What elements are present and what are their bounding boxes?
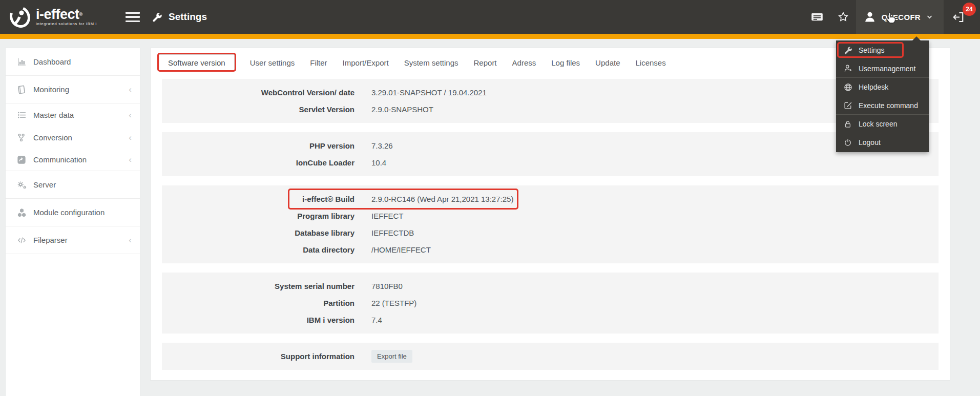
user-menu-button[interactable]: QSECOFR — [856, 0, 944, 34]
tab-label: User settings — [250, 58, 295, 67]
tab-update[interactable]: Update — [595, 58, 620, 67]
info-row: System serial number7810FB0 — [162, 278, 939, 295]
console-icon[interactable] — [804, 0, 830, 34]
info-value: 7.4 — [371, 316, 382, 324]
info-group: System serial number7810FB0Partition22 (… — [162, 273, 939, 334]
user-name: QSECOFR — [882, 13, 921, 22]
info-label: System serial number — [162, 282, 355, 290]
info-label: Partition — [162, 299, 355, 307]
list-icon — [17, 111, 27, 119]
info-row: IBM i version7.4 — [162, 311, 939, 328]
notification-badge: 24 — [963, 3, 976, 16]
info-row: Database libraryIEFFECTDB — [162, 224, 939, 241]
brand-tagline: integrated solutions for IBM i — [36, 22, 97, 26]
info-label: IBM i version — [162, 316, 355, 324]
info-row: PHP version7.3.26 — [162, 137, 939, 154]
info-label: Data directory — [162, 245, 355, 254]
chevron-left-icon: ‹ — [129, 236, 132, 244]
tab-label: Update — [595, 58, 620, 67]
sidebar-item-label: Dashboard — [33, 57, 71, 66]
sidebar-item-server[interactable]: Server — [6, 171, 140, 199]
tab-adress[interactable]: Adress — [512, 58, 536, 67]
tab-bar: Software versionUser settingsFilterImpor… — [151, 48, 950, 72]
menu-item-label: Settings — [859, 46, 885, 54]
brand-name: i-effect® — [36, 7, 82, 22]
tab-label: Import/Export — [343, 58, 389, 67]
info-row: Servlet Version2.9.0-SNAPSHOT — [162, 101, 939, 118]
chevron-left-icon: ‹ — [129, 111, 132, 119]
chevron-left-icon: ‹ — [129, 85, 132, 94]
tab-system-settings[interactable]: System settings — [404, 58, 458, 67]
tab-label: Log files — [551, 58, 580, 67]
info-row: IonCube Loader10.4 — [162, 154, 939, 171]
sidebar-item-conversion[interactable]: Conversion‹ — [6, 126, 140, 149]
sidebar-item-module-configuration[interactable]: Module configuration — [6, 199, 140, 226]
app-header: i-effect® integrated solutions for IBM i… — [0, 0, 980, 34]
sidebar-item-monitoring[interactable]: Monitoring‹ — [6, 76, 140, 103]
content-card: Software versionUser settingsFilterImpor… — [150, 48, 950, 381]
tab-label: System settings — [404, 58, 458, 67]
info-group: i-effect® Build2.9.0-RC146 (Wed Apr 21,2… — [162, 185, 939, 263]
sidebar-item-label: Module configuration — [33, 208, 105, 217]
wrench-icon — [844, 46, 852, 55]
tab-label: Report — [474, 58, 497, 67]
info-group: Support informationExport file — [162, 343, 939, 370]
sidebar-item-fileparser[interactable]: Fileparser‹ — [6, 226, 140, 254]
info-group: PHP version7.3.26IonCube Loader10.4 — [162, 132, 939, 176]
menu-item-label: Lock screen — [859, 120, 897, 128]
tab-import-export[interactable]: Import/Export — [343, 58, 389, 67]
info-group: WebControl Version/ date3.29.01-SNAPSHOT… — [162, 79, 939, 123]
sidebar-item-dashboard[interactable]: Dashboard — [6, 48, 140, 76]
user-icon — [844, 64, 852, 73]
info-row: Data directory/HOME/IEFFECT — [162, 241, 939, 258]
sidebar-item-label: Server — [33, 180, 56, 189]
menu-item-usermanagement[interactable]: Usermanagement — [836, 59, 929, 78]
app-logo: i-effect® integrated solutions for IBM i — [8, 5, 97, 29]
accent-bar — [0, 34, 980, 39]
sidebar-item-label: Fileparser — [33, 236, 68, 244]
tab-label: Software version — [168, 58, 225, 67]
info-value: 7.3.26 — [371, 141, 393, 150]
logout-icon[interactable]: 24 — [944, 0, 980, 34]
tab-report[interactable]: Report — [474, 58, 497, 67]
logo-swoosh-icon — [8, 5, 32, 29]
info-row: i-effect® Build2.9.0-RC146 (Wed Apr 21,2… — [162, 191, 939, 207]
sidebar-item-communication[interactable]: Communication‹ — [6, 149, 140, 171]
info-label: IonCube Loader — [162, 158, 355, 167]
tab-label: Licenses — [635, 58, 665, 67]
tab-filter[interactable]: Filter — [310, 58, 327, 67]
share-icon — [17, 155, 27, 164]
info-value: 2.9.0-SNAPSHOT — [371, 105, 433, 114]
info-row: Partition22 (TESTFP) — [162, 295, 939, 311]
power-icon — [844, 138, 852, 147]
tab-software-version[interactable]: Software version — [159, 54, 235, 71]
gears-icon — [17, 180, 27, 190]
user-dropdown-menu: SettingsUsermanagementHelpdeskExecute co… — [836, 40, 929, 152]
tab-user-settings[interactable]: User settings — [250, 58, 295, 67]
menu-item-lock-screen[interactable]: Lock screen — [836, 115, 929, 133]
menu-item-execute-command[interactable]: Execute command — [836, 96, 929, 115]
sidebar-item-label: Monitoring — [33, 85, 69, 94]
chevron-left-icon: ‹ — [129, 155, 132, 164]
info-label: Program library — [162, 212, 355, 220]
sidebar-item-label: Master data — [33, 111, 74, 119]
menu-item-logout[interactable]: Logout — [836, 133, 929, 152]
info-row: WebControl Version/ date3.29.01-SNAPSHOT… — [162, 84, 939, 101]
hamburger-menu-icon[interactable] — [126, 12, 140, 22]
menu-item-helpdesk[interactable]: Helpdesk — [836, 78, 929, 96]
trademark-mark: ® — [79, 12, 82, 17]
info-value: 10.4 — [371, 158, 386, 167]
tab-licenses[interactable]: Licenses — [635, 58, 665, 67]
sidebar-item-master-data[interactable]: Master data‹ — [6, 103, 140, 126]
tab-label: Adress — [512, 58, 536, 67]
menu-item-label: Logout — [859, 138, 881, 147]
page-title-wrap: Settings — [152, 0, 207, 34]
info-value: IEFFECTDB — [371, 228, 414, 237]
export-file-button[interactable]: Export file — [371, 350, 412, 363]
star-icon[interactable] — [830, 0, 856, 34]
avatar-icon — [863, 10, 877, 24]
tab-log-files[interactable]: Log files — [551, 58, 580, 67]
info-label: i-effect® Build — [162, 195, 355, 203]
menu-item-settings[interactable]: Settings — [836, 41, 929, 59]
bar-chart-icon — [17, 57, 27, 66]
